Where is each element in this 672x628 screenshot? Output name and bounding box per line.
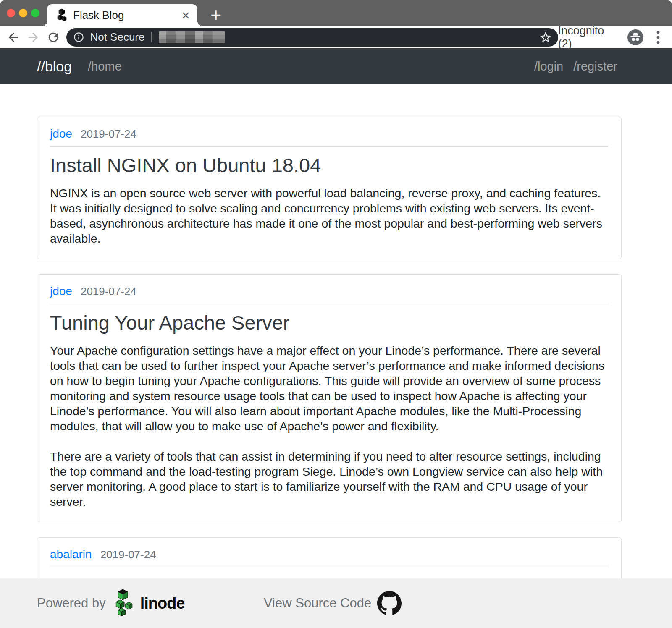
browser-toolbar: Not Secure Incognito (2) [0,26,672,48]
navbar-right: /login /register [534,60,617,73]
metadata-divider [50,146,609,147]
not-secure-label: Not Secure [90,31,144,44]
metadata-divider [50,567,609,567]
browser-tabstrip: Flask Blog × + [0,0,672,26]
post-card: jdoe 2019-07-24 Tuning Your Apache Serve… [37,274,622,522]
window-controls [7,9,39,17]
post-title-link[interactable]: Tuning Your Apache Server [50,311,609,335]
reload-button[interactable] [43,27,63,47]
bookmark-star-icon[interactable] [539,31,552,44]
obscured-url [159,31,225,43]
back-button[interactable] [3,27,23,47]
post-date: 2019-07-24 [81,285,136,298]
tab-title: Flask Blog [73,9,181,22]
tab-close-icon[interactable]: × [181,8,190,22]
post-date: 2019-07-24 [100,548,156,561]
source-code-block: View Source Code [264,578,402,628]
forward-arrow-icon [26,30,40,44]
minimize-window-button[interactable] [19,9,27,17]
post-paragraph: Your Apache configuration settings have … [50,343,609,434]
nav-link-home[interactable]: /home [88,60,122,73]
site-info-icon[interactable] [73,31,84,43]
reload-icon [46,30,60,44]
post-metadata: jdoe 2019-07-24 [50,285,609,298]
close-window-button[interactable] [7,9,15,17]
linode-wordmark: linode [140,594,185,612]
nav-link-register[interactable]: /register [573,60,617,73]
incognito-avatar-icon [627,29,643,45]
blog-post-list: jdoe 2019-07-24 Install NGINX on Ubuntu … [0,84,672,628]
post-metadata: abalarin 2019-07-24 [50,548,609,561]
post-metadata: jdoe 2019-07-24 [50,127,609,141]
post-body: Your Apache configuration settings have … [50,343,609,509]
post-body: NGINX is an open source web server with … [50,186,609,246]
new-tab-button[interactable]: + [205,4,227,26]
navbar-brand[interactable]: //blog [37,58,72,75]
post-title-link[interactable]: Install NGINX on Ubuntu 18.04 [50,153,609,178]
address-bar[interactable]: Not Secure [66,28,558,47]
view-source-link[interactable]: View Source Code [264,596,371,611]
back-arrow-icon [6,30,21,44]
linode-cubes-icon [113,589,136,618]
incognito-label: Incognito (2) [558,24,620,50]
site-navbar: //blog /home /login /register [0,48,672,84]
post-card: jdoe 2019-07-24 Install NGINX on Ubuntu … [37,117,622,259]
fullscreen-window-button[interactable] [31,9,39,17]
omnibox-divider [151,32,152,42]
linode-link[interactable]: linode [113,589,185,618]
more-vert-icon [656,31,660,44]
incognito-indicator: Incognito (2) [558,24,664,50]
metadata-divider [50,304,609,304]
post-author-link[interactable]: jdoe [50,127,72,141]
page-footer: Powered by [0,578,672,628]
browser-tab-flask-blog[interactable]: Flask Blog × [47,4,197,26]
post-paragraph: There are a variety of tools that can as… [50,449,609,509]
powered-by-block: Powered by [37,578,185,628]
post-author-link[interactable]: jdoe [50,285,72,298]
nav-link-login[interactable]: /login [534,60,563,73]
powered-by-label: Powered by [37,596,106,611]
post-paragraph: NGINX is an open source web server with … [50,186,609,246]
github-link[interactable] [377,591,402,615]
linode-cubes-favicon-icon [56,8,67,22]
post-author-link[interactable]: abalarin [50,548,92,561]
post-date: 2019-07-24 [81,128,136,141]
github-octocat-icon [377,591,402,615]
browser-window: Flask Blog × + Not Sec [0,0,672,628]
browser-menu-button[interactable] [652,29,664,45]
forward-button[interactable] [23,27,43,47]
